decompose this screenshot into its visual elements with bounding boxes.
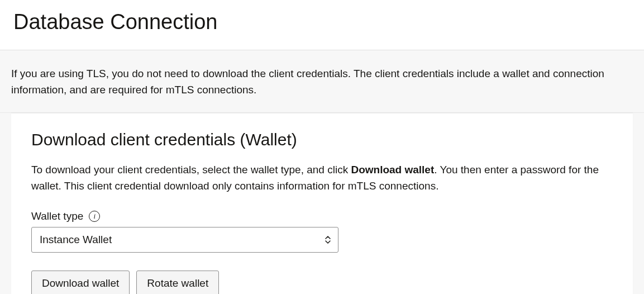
page-title: Database Connection xyxy=(0,0,644,50)
wallet-type-label: Wallet type xyxy=(31,210,83,222)
credentials-card: Download client credentials (Wallet) To … xyxy=(11,113,633,294)
card-desc-pre: To download your client credentials, sel… xyxy=(31,164,351,176)
info-icon[interactable]: i xyxy=(89,211,100,222)
info-text: If you are using TLS, you do not need to… xyxy=(0,50,644,113)
card-title: Download client credentials (Wallet) xyxy=(31,130,613,149)
info-background: If you are using TLS, you do not need to… xyxy=(0,50,644,294)
wallet-type-label-row: Wallet type i xyxy=(31,210,613,222)
button-row: Download wallet Rotate wallet xyxy=(31,271,613,294)
wallet-type-select[interactable]: Instance Wallet xyxy=(31,227,338,253)
download-wallet-button[interactable]: Download wallet xyxy=(31,271,130,294)
wallet-type-selected-value: Instance Wallet xyxy=(40,234,112,246)
wallet-type-select-wrap: Instance Wallet xyxy=(31,227,338,253)
card-description: To download your client credentials, sel… xyxy=(31,162,613,195)
rotate-wallet-button[interactable]: Rotate wallet xyxy=(136,271,219,294)
card-desc-bold: Download wallet xyxy=(351,164,434,176)
